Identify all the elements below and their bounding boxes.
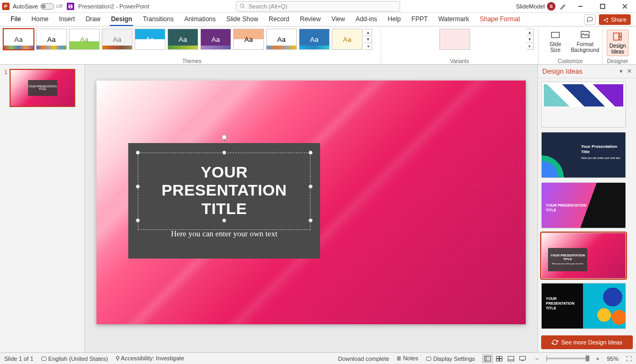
theme-thumb[interactable]: Aa [299,29,330,50]
design-idea-item[interactable] [541,82,626,128]
theme-thumb[interactable]: Aa [200,29,231,50]
resize-handle[interactable] [308,150,313,155]
slide[interactable]: YOUR PRESENTATION TITLE Here you can ent… [96,81,526,324]
resize-handle[interactable] [308,184,313,189]
avatar: S [547,2,555,11]
slide-counter[interactable]: Slide 1 of 1 [4,356,33,362]
resize-handle[interactable] [222,150,226,155]
account-button[interactable]: SlideModel S [516,2,555,11]
design-idea-item[interactable]: Your Presentation TitleHere you can ente… [541,132,626,178]
design-ideas-button[interactable]: Design Ideas [607,30,629,56]
zoom-slider[interactable] [546,358,589,359]
tab-home[interactable]: Home [26,13,54,26]
thumbnail-slide-1[interactable]: 1 YOUR PRESENTATION TITLE [4,69,80,107]
reading-view-button[interactable] [506,354,516,363]
toggle-off-icon[interactable] [40,3,54,10]
design-idea-item[interactable]: YOUR PRESENTATION TITLE [541,182,626,228]
pen-icon[interactable] [560,3,567,10]
powerpoint-icon: P [2,3,10,10]
svg-rect-15 [497,359,499,361]
svg-rect-17 [508,356,514,361]
variant-thumb[interactable] [439,29,470,50]
slide-size-button[interactable]: Slide Size [543,30,568,53]
resize-handle[interactable] [136,218,140,223]
zoom-level[interactable]: 95% [607,356,619,362]
format-background-button[interactable]: Format Background [572,30,598,53]
customize-group-label: Customize [538,58,602,64]
resize-handle[interactable] [136,150,140,155]
chevron-down-icon[interactable]: ▾ [620,68,623,75]
language-indicator[interactable]: 🖵 English (United States) [41,356,108,362]
resize-handle[interactable] [136,184,140,189]
close-button[interactable] [616,1,634,12]
save-button[interactable] [67,3,74,10]
svg-rect-16 [500,359,502,361]
title-placeholder[interactable]: YOUR PRESENTATION TITLE Here you can ent… [128,143,320,259]
theme-thumb[interactable]: Aa [167,29,198,50]
format-bg-label: Format Background [571,41,599,53]
share-button[interactable]: Share [599,14,631,25]
resize-handle[interactable] [308,218,313,223]
themes-more-button[interactable]: ▲▼▾ [365,29,372,50]
tab-file[interactable]: File [5,13,26,26]
design-ideas-label: Design Ideas [610,43,626,55]
theme-thumb[interactable]: Aa [135,29,165,50]
fit-to-window-button[interactable]: ⛶ [626,356,632,362]
variants-more-button[interactable]: ▲▼▾ [526,29,534,50]
tab-help[interactable]: Help [383,13,407,26]
theme-thumb[interactable]: Aa [3,29,34,50]
zoom-thumb[interactable] [586,356,589,361]
tab-transitions[interactable]: Transitions [137,13,179,26]
maximize-button[interactable] [594,1,612,12]
theme-thumb[interactable]: Aa [69,29,100,50]
normal-view-button[interactable] [482,354,493,363]
notes-button[interactable]: ≣ Notes [396,355,418,362]
tab-draw[interactable]: Draw [80,13,105,26]
zoom-out-button[interactable]: − [535,356,538,362]
zoom-in-button[interactable]: + [596,356,599,362]
minimize-button[interactable] [571,1,589,12]
tab-design[interactable]: Design [105,13,137,26]
search-input[interactable]: Search (Alt+Q) [236,1,400,12]
document-title: Presentation2 - PowerPoint [78,3,149,10]
theme-thumb[interactable]: Aa [102,29,132,50]
view-buttons [482,354,528,363]
tab-slideshow[interactable]: Slide Show [221,13,263,26]
tab-view[interactable]: View [326,13,350,26]
slide-thumbnail-pane[interactable]: 1 YOUR PRESENTATION TITLE [0,65,85,352]
comments-button[interactable] [584,14,596,25]
slide-sorter-button[interactable] [494,354,505,363]
search-icon [240,3,245,9]
share-icon [603,17,609,23]
subtitle-text[interactable]: Here you can enter your own text [171,229,278,238]
display-settings-button[interactable]: 🖵 Display Settings [426,356,475,362]
autosave-toggle[interactable]: AutoSave Off [13,3,63,10]
svg-rect-10 [620,37,622,40]
slideshow-button[interactable] [517,354,528,363]
tab-insert[interactable]: Insert [54,13,80,26]
svg-rect-13 [497,356,499,358]
design-ideas-title: Design Ideas [542,67,582,75]
tab-record[interactable]: Record [263,13,295,26]
theme-thumb[interactable]: Aa [266,29,297,50]
design-idea-item-selected[interactable]: YOUR PRESENTATION TITLEHere you can ente… [541,233,626,279]
design-ideas-list[interactable]: Your Presentation TitleHere you can ente… [538,78,636,332]
tab-watermark[interactable]: Watermark [433,13,474,26]
tab-review[interactable]: Review [295,13,326,26]
tab-fppt[interactable]: FPPT [406,13,433,26]
thumbnail-preview[interactable]: YOUR PRESENTATION TITLE [10,69,75,107]
accessibility-checker[interactable]: ⚲ Accessibility: Investigate [116,355,184,362]
tab-shape-format[interactable]: Shape Format [474,13,525,26]
svg-rect-8 [614,33,619,40]
theme-thumb[interactable]: Aa [332,29,363,50]
close-pane-button[interactable]: ✕ [627,68,632,75]
theme-thumb[interactable]: Aa [233,29,264,50]
design-idea-item[interactable]: YOUR PRESENTATION TITLE [541,283,626,329]
theme-thumb[interactable]: Aa [36,29,67,50]
tab-animations[interactable]: Animations [179,13,221,26]
see-more-design-ideas-button[interactable]: See more Design Ideas [541,335,633,349]
slide-canvas-area[interactable]: YOUR PRESENTATION TITLE Here you can ent… [85,65,537,352]
tab-addins[interactable]: Add-ins [350,13,383,26]
resize-handle[interactable] [222,218,226,223]
format-bg-icon [580,30,590,40]
